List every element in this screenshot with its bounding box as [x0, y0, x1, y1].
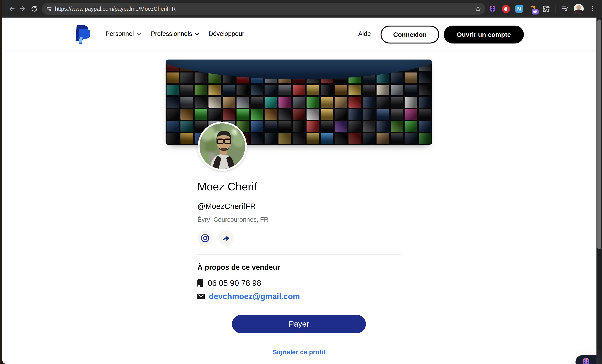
- m-extension-icon[interactable]: M: [515, 5, 523, 13]
- nav-personnel[interactable]: Personnel: [106, 30, 140, 37]
- brain-extension-icon[interactable]: [488, 5, 497, 13]
- forward-button[interactable]: [17, 3, 29, 14]
- share-button[interactable]: [218, 230, 234, 246]
- adblock-hand-icon[interactable]: [502, 5, 510, 13]
- login-button[interactable]: Connexion: [381, 26, 439, 43]
- bookmark-star-icon[interactable]: [474, 5, 482, 12]
- social-row: [197, 230, 234, 246]
- chevron-down-icon: [136, 31, 141, 35]
- paypal-logo[interactable]: [75, 25, 90, 44]
- assistant-brain-pill[interactable]: [575, 355, 596, 364]
- extension-badge: 95: [532, 9, 539, 14]
- pay-button[interactable]: Payer: [232, 315, 366, 333]
- scrollbar-thumb[interactable]: [597, 20, 601, 249]
- paypal-site-header: Personnel Professionnels Développeur Aid…: [2, 18, 596, 51]
- email-icon: [197, 294, 205, 299]
- nav-professionnels[interactable]: Professionnels: [151, 30, 198, 37]
- profile-name: Moez Cherif: [197, 180, 257, 193]
- badge-extension-icon[interactable]: 95: [528, 5, 537, 13]
- profile-handle: @MoezCherifFR: [197, 202, 256, 211]
- nav-developpeur[interactable]: Développeur: [208, 30, 244, 37]
- url-text[interactable]: https://www.paypal.com/paypalme/MoezCher…: [55, 6, 474, 12]
- scrollbar-track[interactable]: [596, 18, 602, 364]
- phone-row: 06 05 90 78 98: [197, 278, 261, 288]
- extensions-area: M 95: [488, 4, 599, 14]
- section-divider: [197, 255, 401, 255]
- about-heading: À propos de ce vendeur: [197, 263, 280, 271]
- signup-button[interactable]: Ouvrir un compte: [444, 26, 524, 43]
- site-settings-icon[interactable]: [46, 6, 52, 12]
- media-controls-icon[interactable]: [560, 5, 569, 13]
- reload-button[interactable]: [29, 3, 40, 14]
- report-profile-link[interactable]: Signaler ce profil: [273, 348, 325, 356]
- back-button[interactable]: [6, 3, 17, 14]
- paypal-page: Personnel Professionnels Développeur Aid…: [2, 18, 596, 364]
- kebab-menu-icon[interactable]: [589, 5, 597, 13]
- desktop-background: https://www.paypal.com/paypalme/MoezCher…: [0, 0, 602, 364]
- extensions-puzzle-icon[interactable]: [542, 5, 550, 13]
- email-link[interactable]: devchmoez@gmail.com: [209, 292, 300, 301]
- chevron-down-icon: [195, 31, 199, 35]
- profile-location: Évry–Courcouronnes, FR: [197, 216, 268, 223]
- browser-profile-avatar[interactable]: [574, 4, 584, 14]
- browser-window: https://www.paypal.com/paypalme/MoezCher…: [2, 0, 602, 364]
- help-link[interactable]: Aide: [358, 30, 371, 37]
- instagram-button[interactable]: [197, 230, 213, 246]
- email-row: devchmoez@gmail.com: [197, 292, 300, 301]
- browser-toolbar: https://www.paypal.com/paypalme/MoezCher…: [2, 0, 602, 18]
- phone-number: 06 05 90 78 98: [208, 278, 261, 288]
- brain-icon: [581, 357, 591, 364]
- toolbar-divider: [555, 5, 556, 13]
- phone-icon: [197, 279, 203, 287]
- address-bar[interactable]: https://www.paypal.com/paypalme/MoezCher…: [42, 3, 485, 15]
- profile-avatar: [198, 122, 247, 171]
